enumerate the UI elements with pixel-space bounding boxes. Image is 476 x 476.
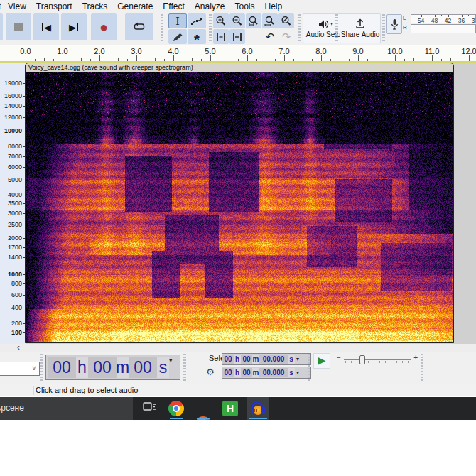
multi-tool-button[interactable]: * <box>188 29 206 44</box>
recording-meter-left[interactable]: -54-48-42-36-30 <box>411 14 476 23</box>
horizontal-scrollbar[interactable]: ‹ <box>0 344 476 352</box>
toolbar: ◀ ▶ ● I * <box>0 12 476 45</box>
recording-meter-right[interactable] <box>411 24 476 33</box>
selection-start-field[interactable]: 00h00m00.000s▾ <box>222 353 311 365</box>
zoom-in-icon <box>215 16 227 26</box>
draw-tool-button[interactable] <box>168 29 187 44</box>
time-segment[interactable]: h <box>76 357 88 378</box>
zoom-toggle-button[interactable] <box>278 13 294 28</box>
stop-button[interactable] <box>6 13 31 40</box>
search-text: ьрсене <box>0 403 24 413</box>
silence-audio-icon <box>232 32 243 42</box>
freq-label-12000: 12000 <box>0 114 22 121</box>
fit-selection-button[interactable] <box>246 13 261 28</box>
menu-item-help[interactable]: Help <box>260 1 288 11</box>
redo-button[interactable]: ↷ <box>278 29 294 44</box>
selection-end-field[interactable]: 00h00m00.000s▾ <box>222 367 311 379</box>
clip-title[interactable]: Voicy_cave14.ogg (cave sound with creepe… <box>26 63 453 72</box>
scroll-left-arrow-icon[interactable]: ‹ <box>17 342 20 352</box>
menu-item-analyze[interactable]: Analyze <box>190 1 230 11</box>
freq-label-2500: 2500 <box>0 221 22 228</box>
menu-item-view[interactable]: View <box>3 1 31 11</box>
field-caret-icon[interactable]: ▾ <box>296 369 299 376</box>
slider-thumb[interactable] <box>359 355 365 364</box>
audio-clip[interactable]: Voicy_cave14.ogg (cave sound with creepe… <box>25 63 454 343</box>
envelope-tool-icon <box>190 16 203 26</box>
selection-time-segment[interactable]: h <box>234 355 241 364</box>
time-segment[interactable]: m <box>117 357 129 378</box>
selection-time-segment[interactable]: m <box>252 355 259 364</box>
task-view-button[interactable] <box>142 401 158 416</box>
chrome-icon[interactable] <box>168 401 184 416</box>
time-segment[interactable]: 00 <box>48 357 76 378</box>
play-speed-slider[interactable]: − + <box>337 354 418 365</box>
selection-time-segment[interactable]: 00.000 <box>259 368 288 377</box>
spectrogram-canvas[interactable] <box>26 72 453 343</box>
menu-item-transport[interactable]: Transport <box>31 1 77 11</box>
timeline-label: 12.0 <box>458 47 476 55</box>
menu-item-tracks[interactable]: Tracks <box>77 1 113 11</box>
menu-item-effect[interactable]: Effect <box>158 1 189 11</box>
audio-position-time[interactable]: 00h00m00s ▾ <box>45 355 180 380</box>
selection-tool-button[interactable]: I <box>168 13 187 28</box>
trim-audio-button[interactable] <box>213 29 229 44</box>
loop-button[interactable] <box>125 13 153 40</box>
play-button[interactable] <box>0 13 3 40</box>
skip-to-start-button[interactable]: ◀ <box>33 13 59 40</box>
h-app-icon[interactable]: H <box>222 401 238 416</box>
zoom-out-button[interactable] <box>229 13 245 28</box>
timeline-tick <box>358 55 359 61</box>
selection-time-segment[interactable]: 00.000 <box>259 355 288 364</box>
timeline-label: 0.0 <box>15 47 36 55</box>
time-segment[interactable]: 00 <box>88 357 117 378</box>
timeline-ruler[interactable]: 0.01.02.03.04.05.06.07.08.09.010.011.012… <box>0 45 476 61</box>
record-meter-mic-button[interactable] <box>386 14 402 34</box>
envelope-tool-button[interactable] <box>188 13 206 28</box>
timeline-tick <box>63 55 63 61</box>
gear-icon[interactable]: ⚙ <box>206 367 215 377</box>
taskbar-search-box[interactable]: ьрсене <box>0 397 133 420</box>
skip-start-icon: ◀ <box>41 22 51 33</box>
selection-time-segment[interactable]: 00 <box>241 368 252 377</box>
undo-button[interactable]: ↶ <box>262 29 278 44</box>
meter-tick <box>468 15 469 16</box>
fit-project-button[interactable] <box>262 13 278 28</box>
timeline-tick <box>173 55 174 61</box>
selection-time-segment[interactable]: h <box>234 368 241 377</box>
menu-item-tools[interactable]: Tools <box>229 1 259 11</box>
bottom-toolbar: ∨ 00h00m00s ▾ Selection ⚙ 00h00m00.000s▾… <box>0 352 476 384</box>
menu-bar: t ViewTransportTracksGenerateEffectAnaly… <box>0 0 476 12</box>
selection-time-segment[interactable]: m <box>252 368 259 377</box>
selection-time-segment[interactable]: 00 <box>222 355 234 364</box>
share-audio-label: Share Audio <box>341 31 380 38</box>
selection-time-segment[interactable]: 00 <box>222 368 234 377</box>
selection-time-segment[interactable]: s <box>288 368 295 377</box>
zoom-in-button[interactable] <box>213 13 229 28</box>
undo-icon: ↶ <box>266 31 275 43</box>
audacity-taskbar-button[interactable] <box>247 397 269 420</box>
screen: t ViewTransportTracksGenerateEffectAnaly… <box>0 0 476 476</box>
play-at-speed-button[interactable]: ▶ <box>313 353 330 369</box>
timeline-label: 4.0 <box>163 47 184 55</box>
menu-item-generate[interactable]: Generate <box>112 1 158 11</box>
time-segment[interactable]: 00 <box>129 357 157 378</box>
meter-scale-label: -30 <box>470 17 476 23</box>
timeline-tick <box>469 55 470 61</box>
share-audio-button[interactable]: Share Audio <box>340 13 381 43</box>
snapping-combobox[interactable]: ∨ <box>0 362 40 376</box>
freq-label-1700: 1700 <box>0 244 22 251</box>
silence-audio-button[interactable] <box>229 29 245 44</box>
fit-project-icon <box>264 16 276 26</box>
field-caret-icon[interactable]: ▾ <box>296 356 299 362</box>
frequency-ruler[interactable]: 1900016000140001200010000800070006000500… <box>0 63 26 344</box>
selection-time-segment[interactable]: 00 <box>241 355 252 364</box>
record-button[interactable]: ● <box>91 13 117 40</box>
time-format-caret-icon[interactable]: ▾ <box>169 357 173 364</box>
skip-to-end-button[interactable]: ▶ <box>61 13 87 40</box>
selection-time-segment[interactable]: s <box>288 355 295 364</box>
timeline-tick <box>247 55 248 61</box>
status-bar: Click and drag to select audio <box>0 384 476 396</box>
freq-label-1000: 1000 <box>0 271 22 278</box>
time-segment[interactable]: s <box>157 357 169 378</box>
meter-tick <box>455 15 455 16</box>
